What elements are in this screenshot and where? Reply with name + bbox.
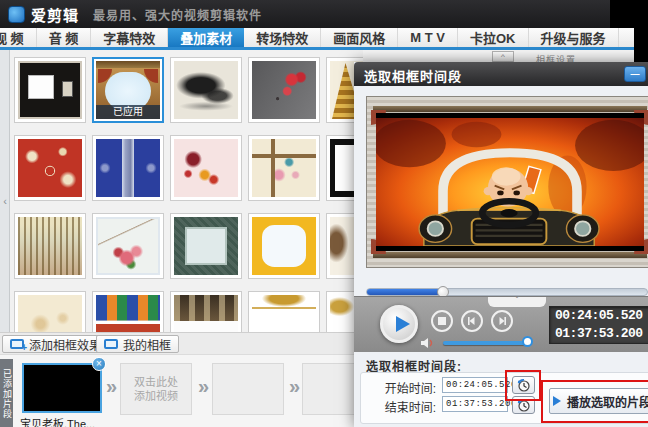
main-tab-bar: 视 频 音 频 字幕特效 叠加素材 转场特效 画面风格 M T V 卡拉OK 升… (0, 28, 636, 50)
seek-bar[interactable] (366, 288, 648, 296)
frame-thumb-carved-wood-applied[interactable]: 已应用 (92, 57, 164, 123)
stop-icon (438, 317, 446, 325)
my-frames-button[interactable]: 我的相框 (96, 335, 179, 353)
start-time-label: 开始时间: (372, 379, 436, 396)
chevron-right-icon: » (198, 375, 209, 398)
annotation-highlight-play-segment (541, 380, 648, 423)
frame-icon (104, 339, 118, 349)
current-time: 00:24:05.520 (550, 307, 648, 325)
add-frame-effect-button[interactable]: + 添加相框效果 (2, 335, 109, 353)
frame-thumb-ink-wash[interactable] (170, 57, 242, 123)
volume-slider[interactable] (443, 341, 528, 345)
video-preview-framed (366, 96, 648, 268)
tab-audio[interactable]: 音 频 (37, 28, 92, 47)
add-frame-effect-label: 添加相框效果 (29, 336, 101, 353)
frame-rod (373, 252, 647, 258)
boss-baby-video-still (376, 118, 644, 246)
frame-thumb-peony[interactable] (92, 213, 164, 279)
tab-upgrade[interactable]: 升级与服务 (529, 28, 619, 47)
frame-rod (373, 106, 647, 112)
app-titlebar: 爱剪辑 最易用、强大的视频剪辑软件 (0, 0, 648, 28)
scroll-up-button[interactable]: ^ (492, 51, 514, 62)
clip-name: 宝贝老板.The... (20, 415, 116, 427)
end-time-label: 结束时间: (372, 398, 436, 415)
previous-frame-button[interactable] (461, 310, 483, 332)
frame-material-grid: ‹ 已应用 (0, 50, 363, 352)
dialog-title: 选取相框时间段 (364, 66, 462, 85)
tab-overlay-material[interactable]: 叠加素材 (168, 28, 244, 47)
app-tagline: 最易用、强大的视频剪辑软件 (93, 6, 262, 23)
app-logo-icon (8, 6, 25, 23)
playback-controls-bar: ˇ 00:24:05.520 01:37:53.200 (354, 296, 648, 352)
video-frame-content[interactable] (376, 113, 644, 251)
start-time-input[interactable]: 00:24:05.520 (442, 377, 508, 393)
added-clips-rail-tab[interactable]: 已添加片段 (0, 359, 13, 427)
my-frames-label: 我的相框 (123, 336, 171, 353)
total-time: 01:37:53.200 (550, 325, 648, 343)
frame-toolbar: + 添加相框效果 我的相框 (0, 332, 363, 354)
frame-thumb-green-border[interactable] (170, 213, 242, 279)
step-back-icon (465, 314, 479, 328)
tab-karaoke[interactable]: 卡拉OK (458, 28, 529, 47)
minimize-button[interactable]: — (624, 66, 646, 82)
tab-mtv[interactable]: M T V (398, 28, 458, 47)
tab-video[interactable]: 视 频 (0, 28, 37, 47)
time-display: 00:24:05.520 01:37:53.200 (549, 306, 648, 344)
collapse-handle-icon[interactable]: ‹ (0, 188, 10, 214)
collapse-controls-tab[interactable]: ˇ (488, 297, 546, 307)
frame-thumb-knot-floral[interactable] (170, 135, 242, 201)
clip-close-icon[interactable]: × (92, 357, 106, 371)
frame-thumb-papercut-red[interactable] (14, 135, 86, 201)
frame-thumb-gold-border[interactable] (248, 213, 320, 279)
frame-thumb-dark-photo[interactable] (14, 57, 86, 123)
timeline-clip-thumbnail[interactable] (22, 363, 102, 413)
tab-picture-style[interactable]: 画面风格 (321, 28, 398, 47)
frame-thumb-lattice-bird[interactable] (248, 135, 320, 201)
frame-thumb-blue-clasp[interactable] (92, 135, 164, 201)
frame-thumb-red-lotus[interactable] (248, 57, 320, 123)
play-button[interactable] (380, 305, 418, 343)
frame-thumb-willow[interactable] (14, 213, 86, 279)
app-logo-text: 爱剪辑 (31, 4, 79, 25)
applied-badge: 已应用 (96, 105, 160, 119)
speaker-icon[interactable] (420, 337, 436, 349)
tab-subtitle-fx[interactable]: 字幕特效 (91, 28, 168, 47)
chevron-right-icon: » (106, 375, 117, 398)
volume-handle[interactable] (522, 336, 533, 347)
end-time-input[interactable]: 01:37:53.200 (442, 396, 508, 412)
next-frame-button[interactable] (491, 310, 513, 332)
preview-backdrop (610, 0, 648, 28)
dialog-titlebar[interactable]: 选取相框时间段 — (354, 62, 648, 86)
frame-plus-icon: + (10, 339, 24, 349)
stop-button[interactable] (431, 310, 453, 332)
chevron-right-icon: » (289, 375, 300, 398)
seek-progress (367, 289, 443, 295)
tab-transition-fx[interactable]: 转场特效 (244, 28, 321, 47)
step-forward-icon (495, 314, 509, 328)
annotation-highlight-clock (505, 370, 541, 401)
add-video-placeholder[interactable]: 双击此处 添加视频 (120, 363, 192, 415)
select-frame-timerange-dialog: 选取相框时间段 — (354, 62, 648, 427)
preview-backdrop (634, 28, 648, 62)
play-icon (396, 316, 410, 332)
empty-clip-slot[interactable] (212, 363, 284, 415)
